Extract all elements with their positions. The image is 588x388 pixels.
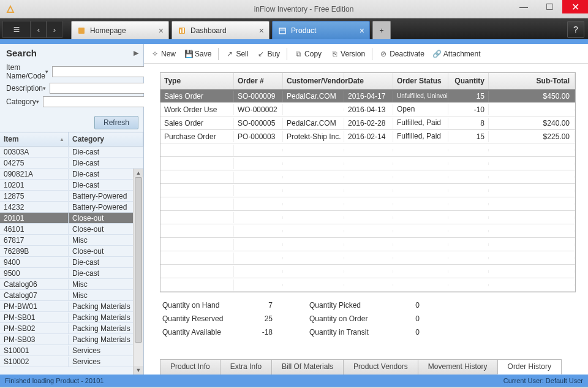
scroll-up-icon[interactable]: ▲ (134, 169, 143, 177)
col-date[interactable]: Date (344, 73, 393, 89)
table-row[interactable]: Sales OrderSO-000009PedalCar.COM2016-04-… (160, 89, 575, 103)
tab-close-icon[interactable]: × (259, 26, 264, 36)
detail-tabs: Product InfoExtra InfoBill Of MaterialsP… (160, 359, 576, 375)
col-subtotal[interactable]: Sub-Total (489, 73, 575, 89)
item-code: PM-BW01 (0, 302, 69, 311)
list-item[interactable]: 12875Battery-Powered (0, 191, 143, 202)
col-item-header[interactable]: Item▲ (0, 132, 69, 146)
item-code: PM-SB02 (0, 324, 69, 333)
list-item[interactable]: 20101Close-out (0, 213, 143, 224)
item-category: Misc (69, 291, 143, 300)
nav-forward-button[interactable]: › (47, 21, 62, 38)
tab-add-button[interactable]: + (372, 21, 391, 39)
nav-back-button[interactable]: ‹ (31, 21, 47, 38)
attachment-button[interactable]: 🔗Attachment (430, 48, 484, 59)
scroll-down-icon[interactable]: ▼ (134, 366, 143, 375)
scrollbar[interactable]: ▲ ▼ (133, 169, 143, 375)
separator (287, 48, 287, 60)
collapse-icon[interactable]: ▶ (134, 49, 138, 57)
table-row[interactable]: Sales OrderSO-000005PedalCar.COM2016-02-… (160, 116, 575, 130)
col-status[interactable]: Order Status (393, 73, 448, 89)
list-item[interactable]: 00303ADie-cast (0, 146, 143, 158)
qres-label: Quantity Reserved (162, 314, 242, 323)
tab-order-history[interactable]: Order History (497, 359, 562, 375)
list-item[interactable]: Catalog06Misc (0, 279, 143, 290)
buy-button[interactable]: ↙Buy (254, 48, 283, 59)
sell-button[interactable]: ↗Sell (222, 48, 251, 59)
list-item[interactable]: PM-SB02Packing Materials (0, 323, 143, 334)
deactivate-icon: ⊘ (379, 50, 388, 58)
tab-product-vendors[interactable]: Product Vendors (343, 359, 418, 375)
tab-homepage[interactable]: Homepage × (71, 21, 169, 39)
dropdown-icon[interactable]: ▾ (43, 85, 46, 91)
menu-button[interactable]: ≡ (2, 21, 31, 38)
list-item[interactable]: 14232Battery-Powered (0, 202, 143, 213)
scroll-thumb[interactable] (135, 177, 142, 343)
item-category: Close-out (69, 213, 143, 223)
tab-extra-info[interactable]: Extra Info (220, 359, 272, 375)
close-button[interactable]: ✕ (562, 0, 588, 13)
version-button[interactable]: ⎘Version (327, 48, 368, 59)
new-button[interactable]: ✧New (148, 48, 179, 59)
separator (372, 48, 372, 60)
list-item[interactable]: PM-BW01Packing Materials (0, 301, 143, 312)
list-item[interactable]: Catalog07Misc (0, 290, 143, 301)
item-category: Die-cast (69, 147, 143, 157)
save-button[interactable]: 💾Save (181, 48, 214, 59)
list-item[interactable]: 46101Close-out (0, 224, 143, 235)
help-button[interactable]: ? (567, 21, 584, 38)
table-row-empty: . (160, 211, 575, 224)
home-icon (77, 26, 86, 36)
dropdown-icon[interactable]: ▾ (36, 99, 39, 105)
col-category-header[interactable]: Category (69, 132, 143, 146)
minimize-button[interactable]: — (511, 0, 537, 13)
list-item[interactable]: 090821ADie-cast (0, 169, 143, 180)
item-list[interactable]: 00303ADie-cast04275Die-cast090821ADie-ca… (0, 146, 143, 375)
table-row-empty: . (160, 143, 575, 157)
svg-rect-1 (179, 28, 185, 34)
qoh-value: 7 (242, 301, 273, 310)
current-user: Current User: Default User (503, 377, 583, 384)
table-row[interactable]: Work Order UseWO-0000022016-04-13Open-10 (160, 103, 575, 116)
tab-close-icon[interactable]: × (360, 26, 364, 36)
tab-bill-of-materials[interactable]: Bill Of Materials (271, 359, 344, 375)
svg-rect-3 (183, 28, 184, 33)
list-item[interactable]: 67817Misc (0, 235, 143, 246)
deactivate-button[interactable]: ⊘Deactivate (376, 48, 428, 59)
table-row[interactable]: Purchase OrderPO-000003Protekt-Ship Inc.… (160, 130, 575, 143)
list-item[interactable]: 76289BClose-out (0, 246, 143, 257)
tab-dashboard[interactable]: Dashboard × (172, 21, 270, 39)
col-order[interactable]: Order # (234, 73, 283, 89)
description-input[interactable] (50, 83, 158, 94)
item-category: Packing Materials (69, 335, 143, 344)
item-list-header: Item▲ Category (0, 132, 143, 146)
qit-label: Quantity in Transit (309, 328, 389, 337)
svg-rect-2 (180, 29, 181, 33)
tab-product[interactable]: Product × (272, 21, 370, 39)
list-item[interactable]: S10001Services (0, 345, 143, 356)
dropdown-icon[interactable]: ▾ (45, 69, 48, 75)
tab-movement-history[interactable]: Movement History (418, 359, 498, 375)
item-category: Packing Materials (69, 302, 143, 311)
category-input[interactable] (43, 96, 151, 107)
tab-close-icon[interactable]: × (159, 26, 164, 36)
list-item[interactable]: PM-SB03Packing Materials (0, 334, 143, 345)
item-category: Close-out (69, 246, 143, 256)
col-quantity[interactable]: Quantity (448, 73, 489, 89)
product-icon (277, 26, 287, 36)
list-item[interactable]: 9500Die-cast (0, 268, 143, 279)
copy-button[interactable]: ⧉Copy (291, 48, 325, 59)
tab-label: Dashboard (190, 26, 259, 35)
col-customer[interactable]: Customer/Vendor (283, 73, 344, 89)
refresh-button[interactable]: Refresh (94, 116, 138, 129)
list-item[interactable]: 10201Die-cast (0, 180, 143, 191)
list-item[interactable]: S10002Services (0, 356, 143, 367)
list-item[interactable]: 9400Die-cast (0, 257, 143, 268)
col-type[interactable]: Type (160, 73, 234, 89)
maximize-button[interactable]: ☐ (537, 0, 562, 13)
list-item[interactable]: 04275Die-cast (0, 158, 143, 169)
list-item[interactable]: PM-SB01Packing Materials (0, 312, 143, 323)
item-code: 9500 (0, 268, 69, 278)
tab-product-info[interactable]: Product Info (160, 359, 221, 375)
qoh-label: Quantity on Hand (162, 301, 242, 310)
